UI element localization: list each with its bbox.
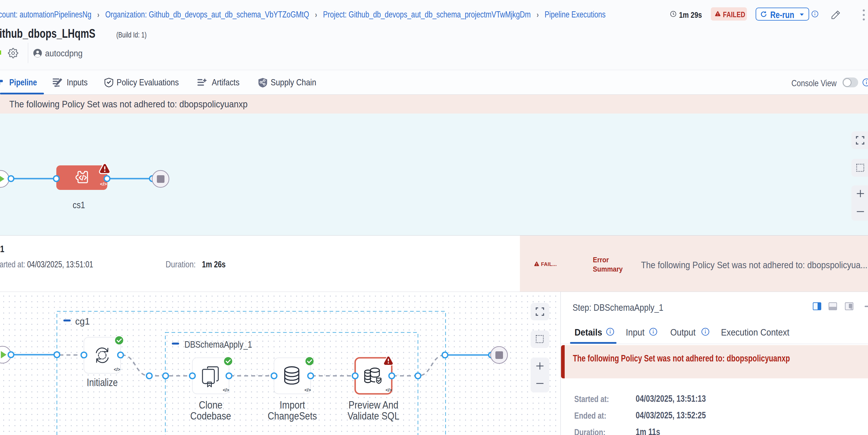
svg-text:ChangeSets: ChangeSets [268,410,317,422]
svg-text:</>: </> [100,181,107,187]
svg-text:DBSchemaApply_1: DBSchemaApply_1 [184,339,252,350]
svg-text:cg1: cg1 [75,316,90,327]
svg-text:Clone: Clone [199,399,222,411]
svg-text:</>: </> [114,367,120,372]
svg-text:cs1: cs1 [73,199,85,210]
svg-text:Validate SQL: Validate SQL [347,410,399,422]
svg-text:Codebase: Codebase [190,410,231,422]
svg-text:Initialize: Initialize [87,377,118,388]
svg-text:</>: </> [223,388,229,393]
svg-text:</>: </> [305,388,311,393]
svg-text:</>: </> [385,388,392,393]
svg-text:Preview And: Preview And [349,399,399,411]
svg-text:Import: Import [280,399,305,411]
